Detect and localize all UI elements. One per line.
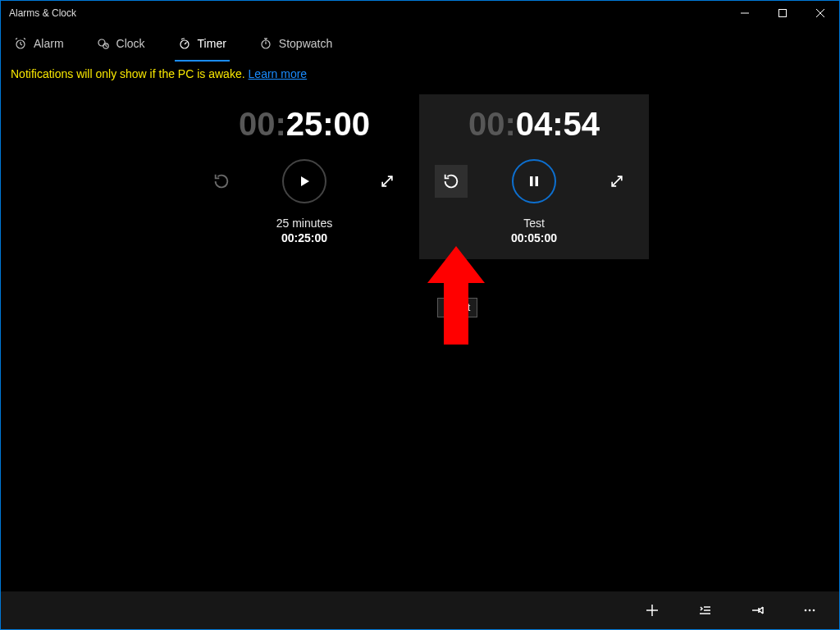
- notification-banner: Notifications will only show if the PC i…: [1, 62, 839, 86]
- svg-line-8: [24, 39, 25, 40]
- learn-more-link[interactable]: Learn more: [249, 67, 308, 80]
- timer-icon: [178, 37, 191, 50]
- command-bar: [1, 591, 839, 629]
- tab-label: Stopwatch: [279, 37, 332, 50]
- svg-point-9: [98, 39, 105, 46]
- timer-original: 00:05:00: [511, 231, 557, 244]
- tab-alarm[interactable]: Alarm: [9, 25, 69, 62]
- svg-line-7: [16, 39, 17, 40]
- tab-bar: Alarm Clock Timer: [1, 25, 839, 62]
- svg-line-20: [382, 176, 392, 186]
- tab-label: Alarm: [34, 37, 64, 50]
- alarm-icon: [14, 37, 27, 50]
- play-button[interactable]: [282, 159, 326, 203]
- expand-button[interactable]: [600, 165, 633, 198]
- world-clock-icon: [97, 37, 110, 50]
- titlebar: Alarms & Clock: [1, 1, 839, 25]
- window-title: Alarms & Clock: [9, 7, 76, 19]
- svg-point-29: [805, 609, 807, 612]
- svg-point-31: [813, 609, 815, 612]
- svg-line-12: [106, 46, 107, 47]
- timer-name: 25 minutes: [276, 217, 332, 230]
- add-timer-button[interactable]: [642, 600, 662, 620]
- svg-rect-1: [779, 10, 787, 17]
- svg-rect-21: [530, 176, 533, 186]
- tab-timer[interactable]: Timer: [173, 25, 231, 62]
- timer-minutes-seconds: 25:00: [286, 106, 370, 143]
- minimize-button[interactable]: [726, 1, 764, 25]
- pause-button[interactable]: [512, 159, 556, 203]
- timer-tile[interactable]: 00: 25:00: [189, 94, 419, 259]
- timer-tile[interactable]: 00: 04:54: [419, 94, 649, 259]
- svg-marker-19: [301, 176, 309, 186]
- svg-rect-22: [536, 176, 539, 186]
- svg-line-23: [612, 176, 622, 186]
- timer-display: 00: 04:54: [468, 106, 600, 143]
- tab-label: Timer: [198, 37, 226, 50]
- svg-line-14: [185, 43, 187, 45]
- timer-hours: 00:: [468, 106, 516, 143]
- edit-timers-button[interactable]: [695, 600, 714, 620]
- timer-hours: 00:: [239, 106, 286, 143]
- expand-button[interactable]: [371, 165, 404, 198]
- annotation-arrow-up: [427, 246, 485, 348]
- reset-button[interactable]: [435, 165, 468, 198]
- stopwatch-icon: [259, 37, 272, 50]
- timer-display: 00: 25:00: [239, 106, 370, 143]
- more-button[interactable]: [800, 600, 819, 620]
- content-area: 00: 25:00: [1, 86, 839, 591]
- svg-marker-32: [427, 246, 485, 345]
- timer-minutes-seconds: 04:54: [516, 106, 600, 143]
- tab-stopwatch[interactable]: Stopwatch: [254, 25, 337, 62]
- svg-point-30: [809, 609, 811, 612]
- timer-name: Test: [511, 217, 557, 230]
- tab-label: Clock: [116, 37, 145, 50]
- timer-original: 00:25:00: [276, 231, 332, 244]
- svg-line-6: [21, 44, 22, 45]
- tab-clock[interactable]: Clock: [92, 25, 150, 62]
- maximize-button[interactable]: [764, 1, 801, 25]
- close-button[interactable]: [801, 1, 839, 25]
- reset-button[interactable]: [205, 165, 238, 198]
- banner-message: Notifications will only show if the PC i…: [11, 67, 245, 80]
- pin-button[interactable]: [747, 600, 767, 620]
